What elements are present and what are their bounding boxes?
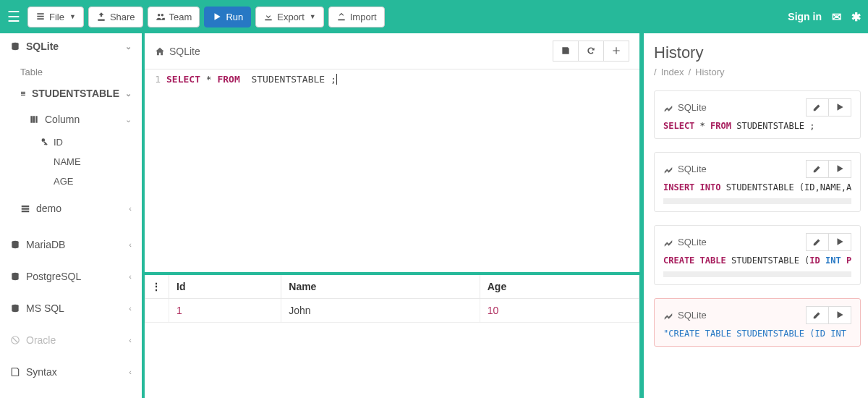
sidebar-column-id[interactable]: ID <box>0 132 142 152</box>
col-age[interactable]: Age <box>480 275 639 299</box>
sidebar-table-demo[interactable]: demo‹ <box>0 195 142 221</box>
top-toolbar: ☰ File▼ Share Team Run Export▼ Import Si… <box>0 0 868 33</box>
history-run-button[interactable] <box>829 160 851 178</box>
editor-gutter: 1 <box>145 74 166 268</box>
history-sql: INSERT INTO STUDENTSTABLE (ID,NAME,AG <box>663 182 851 192</box>
sidebar-db-sqlite[interactable]: SQLite⌄ <box>0 33 142 59</box>
history-edit-button[interactable] <box>806 233 829 251</box>
file-button[interactable]: File▼ <box>27 7 84 27</box>
add-icon-button[interactable] <box>604 41 629 62</box>
home-icon <box>155 46 165 56</box>
history-scrollbar[interactable] <box>663 198 851 204</box>
sidebar: SQLite⌄ Table STUDENTSTABLE⌄ Column⌄ ID … <box>0 33 145 398</box>
sidebar-db-mssql[interactable]: MS SQL‹ <box>0 295 142 321</box>
history-scrollbar[interactable] <box>663 271 851 277</box>
history-db-label: SQLite <box>663 102 707 113</box>
share-button[interactable]: Share <box>88 7 143 27</box>
sidebar-db-postgresql[interactable]: PostgreSQL‹ <box>0 263 142 289</box>
history-sql: SELECT * FROM STUDENTSTABLE ; <box>663 121 851 131</box>
settings-icon[interactable]: ✱ <box>851 10 861 24</box>
history-item: SQLiteINSERT INTO STUDENTSTABLE (ID,NAME… <box>654 152 861 212</box>
sidebar-column-label[interactable]: Column⌄ <box>0 106 142 132</box>
mail-icon[interactable]: ✉ <box>832 10 841 24</box>
sidebar-syntax[interactable]: Syntax‹ <box>0 359 142 385</box>
history-item: SQLite"CREATE TABLE STUDENTSTABLE (ID IN… <box>654 298 861 347</box>
sidebar-column-name[interactable]: NAME <box>0 152 142 172</box>
history-run-button[interactable] <box>829 98 851 117</box>
history-panel: History /Index/History SQLiteSELECT * FR… <box>644 33 868 398</box>
signin-link[interactable]: Sign in <box>788 11 822 22</box>
run-button[interactable]: Run <box>204 7 251 27</box>
history-breadcrumb: /Index/History <box>654 67 861 77</box>
bc-index[interactable]: Index <box>661 67 684 77</box>
history-sql: CREATE TABLE STUDENTSTABLE (ID INT PRI <box>663 255 851 266</box>
sidebar-table-label: Table <box>0 59 142 80</box>
col-name[interactable]: Name <box>281 275 480 299</box>
sidebar-db-mariadb[interactable]: MariaDB‹ <box>0 232 142 258</box>
history-run-button[interactable] <box>829 233 851 251</box>
editor-header: SQLite <box>145 33 639 69</box>
history-title: History <box>654 43 861 62</box>
row-menu-header[interactable]: ⋮ <box>145 275 169 299</box>
history-item: SQLiteCREATE TABLE STUDENTSTABLE (ID INT… <box>654 225 861 285</box>
history-db-label: SQLite <box>663 237 707 247</box>
results-pane: ⋮ Id Name Age 1 John 10 <box>145 275 639 398</box>
history-run-button[interactable] <box>829 306 851 324</box>
sidebar-table-studentstable[interactable]: STUDENTSTABLE⌄ <box>0 80 142 106</box>
history-db-label: SQLite <box>663 164 707 174</box>
refresh-icon-button[interactable] <box>579 41 604 62</box>
sidebar-column-age[interactable]: AGE <box>0 172 142 191</box>
sidebar-db-oracle: Oracle‹ <box>0 327 142 353</box>
editor-crumb: SQLite <box>169 46 200 57</box>
sql-editor[interactable]: 1 SELECT * FROM STUDENTSTABLE ; <box>145 69 639 275</box>
col-id[interactable]: Id <box>169 275 281 299</box>
bc-history[interactable]: History <box>695 67 724 77</box>
history-db-label: SQLite <box>663 310 707 321</box>
history-sql: "CREATE TABLE STUDENTSTABLE (ID INT P <box>663 329 851 339</box>
history-edit-button[interactable] <box>806 98 829 117</box>
history-item: SQLiteSELECT * FROM STUDENTSTABLE ; <box>654 90 861 139</box>
import-button[interactable]: Import <box>328 7 385 27</box>
history-edit-button[interactable] <box>806 306 829 324</box>
save-icon-button[interactable] <box>553 41 579 62</box>
history-edit-button[interactable] <box>806 160 829 178</box>
team-button[interactable]: Team <box>148 7 200 27</box>
menu-icon[interactable]: ☰ <box>7 8 20 25</box>
export-button[interactable]: Export▼ <box>255 7 324 27</box>
table-row[interactable]: 1 John 10 <box>145 299 639 323</box>
